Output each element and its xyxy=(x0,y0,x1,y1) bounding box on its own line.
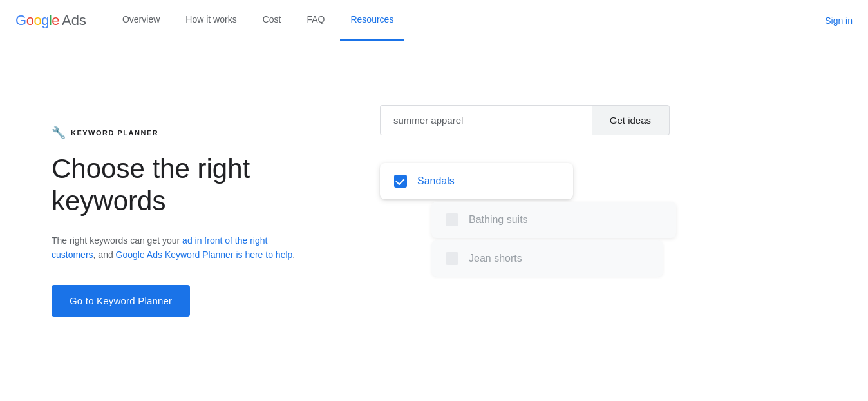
main-nav: Overview How it works Cost FAQ Resources xyxy=(112,0,825,41)
jean-shorts-label: Jean shorts xyxy=(469,253,522,264)
main-content: 🔧 KEYWORD PLANNER Choose the right keywo… xyxy=(0,41,868,401)
logo-google-text: Google xyxy=(15,12,59,29)
fade-right-overlay xyxy=(791,86,868,357)
right-illustration: Get ideas Sandals Bathing suits Jean sho… xyxy=(373,86,816,357)
sandals-label: Sandals xyxy=(417,175,455,187)
keyword-search-input[interactable] xyxy=(380,105,592,135)
search-bar: Get ideas xyxy=(380,105,670,135)
nav-how-it-works[interactable]: How it works xyxy=(175,0,247,41)
section-label-text: KEYWORD PLANNER xyxy=(71,129,158,137)
header: Google Ads Overview How it works Cost FA… xyxy=(0,0,868,41)
results-list: Sandals Bathing suits Jean shorts xyxy=(380,163,689,279)
headline-line2: keywords xyxy=(52,186,165,216)
left-panel: 🔧 KEYWORD PLANNER Choose the right keywo… xyxy=(52,126,322,317)
result-bathing-suits[interactable]: Bathing suits xyxy=(431,202,676,238)
cta-button[interactable]: Go to Keyword Planner xyxy=(52,285,190,317)
sign-in-link[interactable]: Sign in xyxy=(825,15,853,26)
nav-cost[interactable]: Cost xyxy=(252,0,292,41)
bathing-suits-label: Bathing suits xyxy=(469,214,528,226)
checkbox-jean-shorts[interactable] xyxy=(446,252,458,265)
nav-resources[interactable]: Resources xyxy=(340,0,404,41)
checkbox-sandals[interactable] xyxy=(394,175,407,188)
nav-faq[interactable]: FAQ xyxy=(296,0,335,41)
description-link-tool[interactable]: Google Ads Keyword Planner is here to he… xyxy=(116,249,293,260)
headline-line1: Choose the right xyxy=(52,153,250,184)
section-label-row: 🔧 KEYWORD PLANNER xyxy=(52,126,322,140)
checkbox-bathing-suits[interactable] xyxy=(446,213,458,226)
get-ideas-button[interactable]: Get ideas xyxy=(592,105,670,135)
wrench-icon: 🔧 xyxy=(52,126,66,140)
nav-overview[interactable]: Overview xyxy=(112,0,170,41)
description-text: The right keywords can get your ad in fr… xyxy=(52,233,296,262)
result-jean-shorts[interactable]: Jean shorts xyxy=(431,240,663,277)
headline: Choose the right keywords xyxy=(52,153,322,218)
logo-ads-text: Ads xyxy=(62,12,86,29)
result-sandals[interactable]: Sandals xyxy=(380,163,573,199)
logo[interactable]: Google Ads xyxy=(15,12,86,29)
